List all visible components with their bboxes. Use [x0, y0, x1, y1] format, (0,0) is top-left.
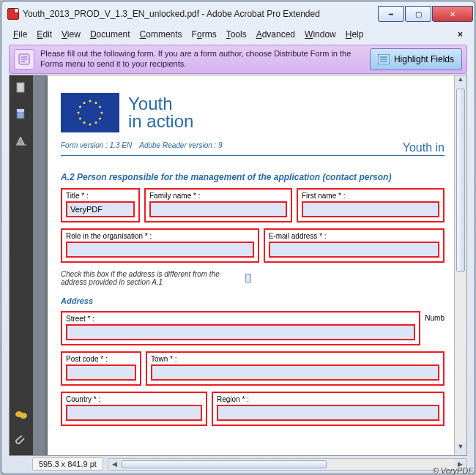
street-label: Street * : [66, 315, 415, 323]
page-dimensions: 595.3 x 841.9 pt [32, 457, 103, 471]
menu-comments[interactable]: Comments [135, 28, 187, 41]
first-name-box: First name * : [297, 188, 445, 222]
svg-point-24 [79, 105, 81, 108]
postcode-input[interactable] [66, 364, 136, 381]
maximize-button[interactable]: ▢ [405, 6, 431, 22]
highlight-fields-button[interactable]: Highlight Fields [370, 48, 462, 70]
window-title: Youth_2013_PROD_V_1.3_EN_unlocked.pdf - … [23, 9, 377, 19]
email-input[interactable] [269, 242, 439, 258]
vertical-scrollbar[interactable]: ▲ ▼ [454, 75, 466, 455]
nav-pane [10, 75, 33, 455]
family-input[interactable] [149, 201, 287, 217]
svg-point-16 [99, 105, 101, 108]
number-label: Numb [425, 311, 445, 322]
town-label: Town * : [151, 355, 439, 363]
form-info-text: Please fill out the following form. If y… [40, 49, 364, 70]
svg-point-20 [89, 123, 91, 125]
family-label: Family name * : [149, 192, 287, 200]
first-input[interactable] [302, 201, 439, 217]
postcode-label: Post code * : [66, 355, 136, 363]
town-box: Town * : [146, 351, 445, 386]
title-label: Title * : [66, 192, 135, 200]
content-area: Youth in action Form version : 1.3 EN Ad… [9, 75, 467, 456]
street-box: Street * : [61, 311, 420, 345]
svg-point-15 [94, 102, 97, 104]
menu-document[interactable]: Document [86, 28, 135, 41]
form-info-bar: Please fill out the following form. If y… [9, 45, 467, 74]
menu-bar: File Edit View Document Comments Forms T… [1, 26, 475, 42]
svg-point-25 [83, 102, 85, 104]
first-label: First name * : [302, 192, 439, 200]
header-right: Youth in [403, 141, 445, 154]
svg-point-18 [99, 117, 101, 119]
checkbox-label: Check this box if the address is differe… [61, 270, 231, 286]
signatures-icon[interactable] [15, 134, 28, 147]
scroll-up-icon[interactable]: ▲ [455, 75, 466, 88]
title-field-box: Title * : [61, 188, 140, 222]
menu-close-icon[interactable]: × [453, 28, 467, 41]
svg-point-14 [89, 100, 91, 102]
scroll-down-icon[interactable]: ▼ [455, 443, 466, 455]
country-box: Country * : [61, 392, 207, 426]
email-label: E-mail address * : [269, 232, 439, 240]
svg-rect-10 [17, 109, 24, 112]
menu-edit[interactable]: Edit [32, 28, 56, 41]
region-box: Region * : [212, 392, 445, 426]
section-heading: A.2 Person responsible for the managemen… [61, 172, 445, 182]
comments-icon[interactable] [15, 408, 28, 422]
role-input[interactable] [66, 242, 254, 258]
status-bar: 595.3 x 841.9 pt ◀ ▶ [9, 456, 467, 472]
bookmarks-icon[interactable] [15, 108, 28, 121]
title-bar: Youth_2013_PROD_V_1.3_EN_unlocked.pdf - … [1, 1, 475, 26]
scroll-left-icon[interactable]: ◀ [108, 459, 121, 470]
close-button[interactable]: ✕ [432, 6, 473, 22]
role-label: Role in the organisation * : [66, 232, 254, 240]
pages-icon[interactable] [15, 81, 28, 94]
attachments-icon[interactable] [15, 435, 28, 448]
region-input[interactable] [217, 405, 439, 421]
pdf-page: Youth in action Form version : 1.3 EN Ad… [48, 75, 458, 455]
region-label: Region * : [217, 395, 439, 403]
address-diff-checkbox[interactable] [245, 274, 251, 283]
svg-point-21 [83, 121, 85, 124]
menu-view[interactable]: View [57, 28, 85, 41]
svg-rect-8 [17, 83, 24, 92]
document-viewport[interactable]: Youth in action Form version : 1.3 EN Ad… [33, 75, 466, 455]
menu-file[interactable]: File [9, 28, 31, 41]
highlight-fields-label: Highlight Fields [394, 54, 454, 64]
scroll-thumb-v[interactable] [456, 89, 465, 272]
menu-window[interactable]: Window [300, 28, 341, 41]
svg-point-17 [100, 111, 103, 113]
pdf-icon [7, 8, 19, 20]
program-title: Youth in action [128, 95, 193, 130]
postcode-box: Post code * : [61, 351, 141, 386]
country-label: Country * : [66, 395, 202, 403]
reader-version: Adobe Reader version : 9 [139, 141, 222, 154]
address-heading: Address [61, 296, 445, 305]
menu-help[interactable]: Help [341, 28, 368, 41]
email-box: E-mail address * : [264, 228, 445, 263]
svg-point-23 [77, 111, 79, 113]
svg-point-13 [20, 413, 27, 419]
horizontal-scrollbar[interactable]: ◀ ▶ [108, 458, 467, 471]
menu-advanced[interactable]: Advanced [252, 28, 300, 41]
title-input[interactable] [66, 201, 135, 217]
form-icon [14, 49, 34, 70]
svg-point-22 [79, 117, 81, 119]
acrobat-window: Youth_2013_PROD_V_1.3_EN_unlocked.pdf - … [1, 1, 475, 474]
eu-flag-icon [61, 93, 119, 132]
family-name-box: Family name * : [144, 188, 292, 222]
menu-tools[interactable]: Tools [222, 28, 251, 41]
minimize-button[interactable]: ━ [378, 6, 404, 22]
menu-forms[interactable]: Forms [187, 28, 221, 41]
country-input[interactable] [66, 405, 202, 421]
address-diff-row: Check this box if the address is differe… [61, 270, 251, 286]
scroll-thumb-h[interactable] [122, 460, 327, 468]
watermark: © VeryPDF [433, 466, 473, 475]
street-input[interactable] [66, 324, 415, 340]
town-input[interactable] [151, 364, 439, 381]
form-version: Form version : 1.3 EN [61, 141, 132, 154]
svg-point-19 [94, 121, 97, 124]
role-box: Role in the organisation * : [61, 228, 259, 263]
